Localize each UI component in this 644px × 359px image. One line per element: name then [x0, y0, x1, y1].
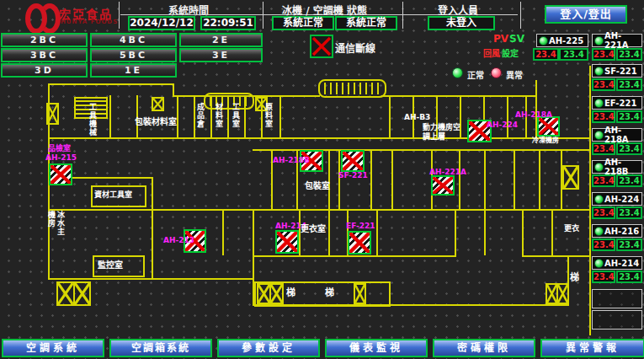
room-label: 材料室 [214, 103, 223, 138]
ladder-icon [354, 283, 366, 304]
unit-sf-221-pv: 23.4 [592, 78, 615, 91]
equipment-icon-ah-218a[interactable] [537, 116, 560, 137]
status-led [594, 259, 604, 268]
unit-ah-225-sv: 23.4 [559, 48, 588, 61]
unit-ah-224-pv: 23.4 [592, 206, 615, 219]
unit-ah-224[interactable]: AH-224 [592, 192, 642, 206]
room-label: 工具室 [231, 103, 240, 138]
unit-ah-221a[interactable]: AH-221A [592, 34, 642, 47]
unit-ef-221-pv: 23.4 [592, 110, 615, 123]
equipment-label: SF-221 [338, 171, 368, 180]
room-label: 梯 [325, 288, 334, 297]
status-led [594, 227, 604, 236]
nav-password-permission-button[interactable]: 密碼權限 [433, 339, 535, 357]
machine-status-label: 冰機 / 空調機 狀態 [282, 3, 367, 17]
floor-button-3bc[interactable]: 3BC [1, 48, 88, 62]
ladder-icon [562, 165, 579, 190]
login-user-value: 未登入 [428, 16, 495, 30]
room-label: 包裝室 [305, 181, 330, 190]
equipment-icon-sf-221[interactable] [341, 150, 365, 172]
system-time-value: 22:09:51 [200, 16, 256, 30]
unit-ah-218a-sv: 23.4 [616, 142, 642, 155]
stairs-icon [257, 283, 284, 304]
nav-ahu-system-button[interactable]: 空調箱系統 [109, 339, 212, 357]
unit-ah-214-sv: 23.4 [616, 271, 642, 283]
room-label: 工具機械 [88, 103, 97, 138]
equipment-icon-ah-214[interactable] [275, 230, 299, 254]
unit-ah-218b-pv: 23.4 [592, 174, 615, 187]
equipment-label: AH-221A [429, 168, 466, 176]
floor-button-1e[interactable]: 1E [90, 63, 177, 78]
company-name-en: HUNYA FOODS [61, 19, 118, 25]
unit-ah-218b[interactable]: AH-218B [592, 160, 642, 174]
unit-ah-225-pv: 23.4 [533, 48, 559, 61]
abnormal-led-icon [491, 67, 502, 78]
nav-meter-monitoring-button[interactable]: 儀表監視 [325, 339, 428, 357]
unit-sf-221[interactable]: SF-221 [592, 64, 642, 78]
pv-header: PV [493, 33, 508, 45]
equipment-icon-ah-221a[interactable] [431, 175, 455, 196]
status-led [594, 99, 604, 108]
room-label: 梯 [286, 288, 295, 297]
unit-ah-216[interactable]: AH-216 [592, 224, 642, 238]
normal-led-icon [452, 67, 463, 78]
floor-button-4bc[interactable]: 4BC [90, 33, 177, 47]
status-led [594, 163, 604, 172]
equipment-label: EF-221 [346, 222, 375, 230]
login-logout-button[interactable]: 登入/登出 [545, 5, 627, 24]
room-label: 動力機房空調上層 [423, 123, 461, 142]
floor-button-5bc[interactable]: 5BC [90, 48, 177, 62]
chiller-status-value: 系統正常 [272, 16, 334, 30]
room-label: 成品倉 [195, 103, 205, 138]
room-label: 監控室 [98, 260, 123, 270]
floor-button-2bc[interactable]: 2BC [1, 33, 88, 47]
room-label: 冷凍機房 [532, 136, 559, 145]
unit-ef-221[interactable]: EF-221 [592, 96, 642, 110]
status-led [594, 195, 604, 204]
stairs-icon [546, 283, 569, 304]
floor-button-3d[interactable]: 3D [1, 63, 88, 78]
ladder-icon [152, 97, 164, 111]
equipment-label: AH-213 [163, 236, 194, 244]
equipment-icon-ef-221[interactable] [348, 231, 371, 255]
unit-ah-224-sv: 23.4 [616, 206, 642, 219]
unit-ah-216-pv: 23.4 [592, 238, 615, 251]
room-label: 梯 [570, 273, 579, 282]
unit-ah-218a-pv: 23.4 [592, 142, 615, 155]
unit-ah-218a[interactable]: AH-218A [592, 128, 642, 142]
unit-ah-225[interactable]: AH-225 [536, 34, 588, 47]
unit-ah-214[interactable]: AH-214 [592, 256, 642, 270]
equipment-label: AH-218A [515, 110, 552, 119]
room-label: 更衣室 [301, 224, 326, 233]
equipment-label: AH-224 [487, 121, 518, 129]
unit-ef-221-sv: 23.4 [616, 110, 642, 123]
room-label: AH-B3 [404, 113, 430, 122]
nav-ac-system-button[interactable]: 空調系統 [2, 339, 104, 357]
sv-header: SV [509, 33, 524, 45]
status-led [594, 67, 604, 76]
equipment-icon-ah-215[interactable] [49, 163, 72, 185]
login-user-label: 登入人員 [438, 3, 478, 17]
comm-offline-label: 通信斷線 [335, 40, 375, 55]
unit-sf-221-sv: 23.4 [616, 78, 642, 91]
normal-legend-label: 正常 [467, 68, 484, 81]
elevator-icon [204, 93, 254, 110]
stairs-icon [56, 281, 91, 306]
equipment-label: 品檢室 [48, 144, 71, 153]
equipment-label: AH-215 [45, 153, 77, 162]
floor-button-2e[interactable]: 2E [179, 33, 263, 47]
nav-alarm-button[interactable]: 異常警報 [540, 339, 644, 357]
room-label: 包裝材料室 [135, 117, 177, 126]
ahu-status-value: 系統正常 [335, 16, 397, 30]
unit-ah-221a-sv: 23.4 [616, 48, 642, 61]
room-label: 原料室 [263, 103, 273, 138]
empty-slot [592, 310, 642, 330]
unit-ah-214-pv: 23.4 [592, 271, 615, 283]
elevator-icon [318, 79, 386, 98]
nav-parameter-settings-button[interactable]: 參數設定 [217, 339, 320, 357]
abnormal-legend-label: 異常 [506, 68, 523, 81]
equipment-label: AH-218B [273, 156, 310, 164]
floor-button-3e[interactable]: 3E [179, 48, 263, 62]
status-led [594, 131, 604, 140]
room-label: 資材工具室 [94, 190, 132, 200]
